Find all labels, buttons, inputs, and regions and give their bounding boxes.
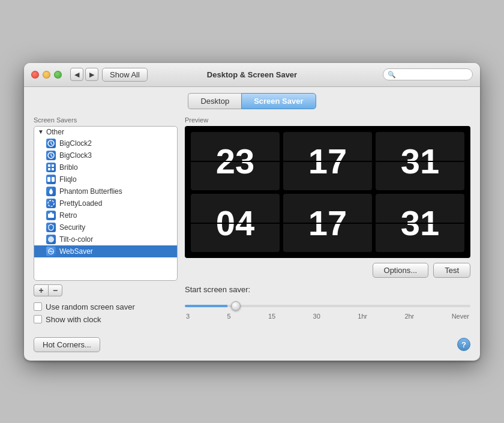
list-item[interactable]: BigClock3 <box>34 149 177 161</box>
checkbox-random-label: Use random screen saver <box>46 302 135 311</box>
item-icon-bigclock2 <box>46 139 56 148</box>
item-label: PrettyLoaded <box>59 199 102 208</box>
checkboxes: Use random screen saver Show with clock <box>34 302 178 324</box>
preview-label: Preview <box>185 116 470 124</box>
screen-savers-list[interactable]: ▼ Other BigClock2 BigClock3 <box>34 127 177 280</box>
slider-label-5: 5 <box>227 313 230 320</box>
item-icon-bigclock3 <box>46 151 56 160</box>
screen-savers-list-container: ▼ Other BigClock2 BigClock3 <box>34 126 178 281</box>
group-label: Other <box>46 128 64 136</box>
list-item[interactable]: PrettyLoaded <box>34 197 177 209</box>
flip-clock: 23 17 31 04 17 31 <box>185 126 470 258</box>
item-label-selected: WebSaver <box>59 247 93 256</box>
slider-label-2hr: 2hr <box>404 313 414 320</box>
preview-area: 23 17 31 04 17 31 <box>185 126 470 258</box>
svg-rect-7 <box>52 177 55 182</box>
item-icon-briblo <box>46 163 56 172</box>
item-label: Fliqlo <box>59 175 77 184</box>
slider-labels: 3 5 15 30 1hr 2hr Never <box>185 313 470 320</box>
flip-cell-bottom-2: 31 <box>376 194 464 252</box>
flip-cell-top-1: 17 <box>283 132 372 190</box>
nav-buttons: ◀ ▶ <box>70 68 98 81</box>
flip-cell-bottom-0: 04 <box>191 194 280 252</box>
slider-label-30: 30 <box>313 313 320 320</box>
remove-button[interactable]: − <box>48 284 62 296</box>
tab-screensaver[interactable]: Screen Saver <box>241 93 316 109</box>
add-button[interactable]: + <box>34 284 48 296</box>
slider-label-15: 15 <box>268 313 275 320</box>
help-button[interactable]: ? <box>457 338 470 351</box>
group-other[interactable]: ▼ Other <box>34 127 177 137</box>
list-controls: + − <box>34 284 178 296</box>
slider-label-3: 3 <box>186 313 190 320</box>
triangle-icon: ▼ <box>38 128 44 135</box>
slider-label-never: Never <box>452 313 469 320</box>
list-item[interactable]: Tilt-o-color <box>34 233 177 245</box>
options-row: Options... Test <box>185 263 470 278</box>
svg-rect-4 <box>48 168 50 170</box>
list-item-selected[interactable]: WebSaver <box>34 245 177 257</box>
svg-point-11 <box>48 236 54 242</box>
maximize-button[interactable] <box>54 71 62 79</box>
item-label: Security <box>59 223 85 232</box>
flip-cell-top-0: 23 <box>191 132 280 190</box>
options-button[interactable]: Options... <box>373 263 429 278</box>
titlebar: ◀ ▶ Show All Desktop & Screen Saver 🔍 <box>24 63 480 87</box>
checkbox-random-row[interactable]: Use random screen saver <box>34 302 178 311</box>
start-saver-label: Start screen saver: <box>185 285 470 294</box>
start-saver-slider[interactable] <box>185 305 470 307</box>
search-icon: 🔍 <box>388 71 396 79</box>
item-icon-retro <box>46 211 56 220</box>
item-icon-prettyloaded <box>46 199 56 208</box>
search-container: 🔍 <box>383 68 473 80</box>
window-title: Desktop & Screen Saver <box>207 70 297 79</box>
item-icon-security <box>46 223 56 232</box>
svg-rect-2 <box>48 164 50 167</box>
checkbox-random[interactable] <box>34 302 42 311</box>
item-icon-websaver <box>46 247 56 256</box>
back-button[interactable]: ◀ <box>70 68 83 81</box>
item-label: BigClock3 <box>59 151 92 160</box>
checkbox-clock[interactable] <box>34 315 42 323</box>
flip-cell-bottom-1: 17 <box>283 194 372 252</box>
close-button[interactable] <box>31 71 39 79</box>
checkbox-clock-row[interactable]: Show with clock <box>34 315 178 324</box>
list-item[interactable]: Phantom Butterflies <box>34 185 177 197</box>
forward-button[interactable]: ▶ <box>85 68 98 81</box>
list-item[interactable]: BigClock2 <box>34 137 177 149</box>
start-saver-section: Start screen saver: 3 5 15 30 1hr 2hr Ne… <box>185 285 470 320</box>
show-all-button[interactable]: Show All <box>102 68 148 82</box>
svg-rect-5 <box>52 168 54 170</box>
list-item[interactable]: Retro <box>34 209 177 221</box>
checkbox-clock-label: Show with clock <box>46 315 101 324</box>
test-button[interactable]: Test <box>433 263 470 278</box>
svg-rect-6 <box>47 177 50 182</box>
item-icon-tiltocolor <box>46 235 56 244</box>
tab-desktop[interactable]: Desktop <box>188 93 241 109</box>
main-content: Screen Savers ▼ Other BigClock2 <box>24 109 480 331</box>
item-label: BigClock2 <box>59 139 92 148</box>
bottom-bar: Hot Corners... ? <box>24 331 480 361</box>
svg-rect-10 <box>50 212 52 214</box>
svg-rect-9 <box>48 214 54 218</box>
list-item[interactable]: Fliqlo <box>34 173 177 185</box>
left-panel: Screen Savers ▼ Other BigClock2 <box>34 116 178 324</box>
list-item[interactable]: Security <box>34 221 177 233</box>
search-input[interactable] <box>397 70 469 79</box>
item-label: Tilt-o-color <box>59 235 93 244</box>
flip-cell-top-2: 31 <box>376 132 464 190</box>
svg-rect-3 <box>52 164 54 167</box>
screen-savers-label: Screen Savers <box>34 116 178 124</box>
minimize-button[interactable] <box>43 71 50 79</box>
main-window: ◀ ▶ Show All Desktop & Screen Saver 🔍 De… <box>24 63 480 361</box>
item-label: Briblo <box>59 163 78 172</box>
list-item[interactable]: Briblo <box>34 161 177 173</box>
item-label: Retro <box>59 211 77 220</box>
slider-label-1hr: 1hr <box>358 313 367 320</box>
hot-corners-button[interactable]: Hot Corners... <box>34 337 100 352</box>
item-icon-fliqlo <box>46 175 56 184</box>
item-label: Phantom Butterflies <box>59 187 122 196</box>
right-panel: Preview 23 17 31 04 17 31 Options... Tes… <box>185 116 470 324</box>
item-icon-phantom <box>46 187 56 196</box>
svg-point-8 <box>48 200 54 206</box>
